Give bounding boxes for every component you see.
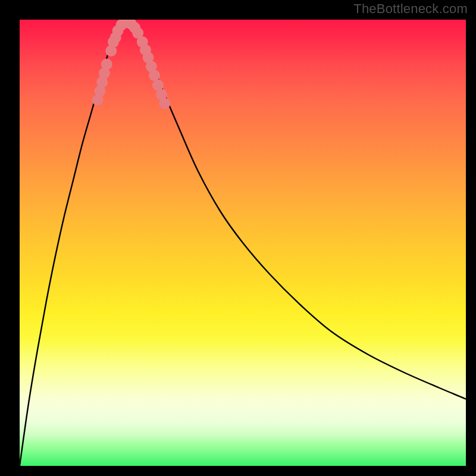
watermark-text: TheBottleneck.com (353, 1, 468, 17)
marker-dot (159, 98, 170, 109)
marker-dot (149, 70, 160, 81)
marker-dot (101, 59, 112, 70)
marker-cluster (92, 20, 171, 109)
plot-area (20, 20, 466, 466)
curve-svg (20, 20, 466, 466)
valley-curve (20, 22, 466, 466)
chart-frame: TheBottleneck.com (0, 0, 476, 476)
